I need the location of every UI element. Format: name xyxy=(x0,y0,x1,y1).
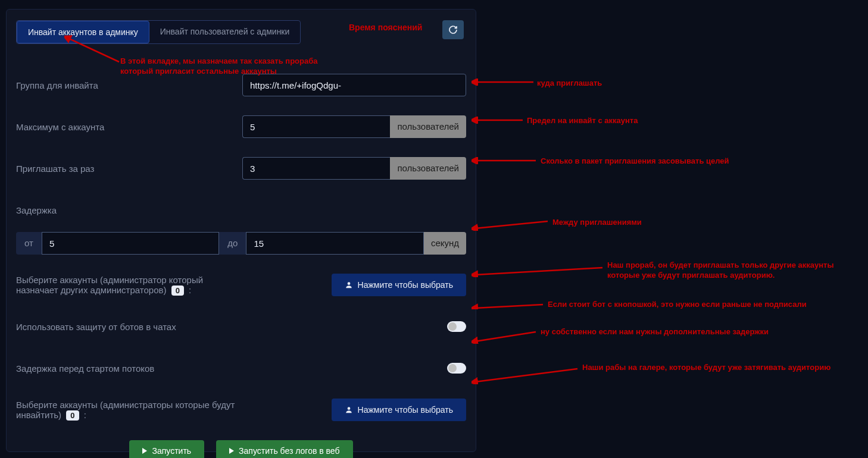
svg-line-10 xyxy=(475,369,577,382)
svg-point-0 xyxy=(347,282,350,285)
label-bot-protect: Использовать защиту от ботов в чатах xyxy=(16,322,447,332)
input-max[interactable] xyxy=(242,115,390,138)
label-batch: Приглашать за раз xyxy=(16,164,242,174)
label-delay: Задержка xyxy=(16,205,242,215)
arrow-max xyxy=(472,117,525,124)
svg-line-7 xyxy=(475,268,602,275)
annotation-group: куда приглашать xyxy=(537,79,602,89)
row-delay-label: Задержка xyxy=(16,199,466,221)
select-admin-button[interactable]: Нажмите чтобы выбрать xyxy=(332,274,466,296)
input-delay-from[interactable] xyxy=(42,232,219,255)
row-select-admin: Выберите аккаунты (администратор который… xyxy=(16,274,466,296)
suffix-batch: пользователей xyxy=(390,157,466,180)
annotation-delay: Между приглашениями xyxy=(552,218,642,228)
arrow-threads xyxy=(472,330,538,344)
row-group: Группа для инвайта xyxy=(16,74,466,96)
tab-invite-from-admin[interactable]: Инвайт пользователей с админки xyxy=(149,21,301,43)
annotation-max: Предел на инвайт с аккаунта xyxy=(527,116,638,126)
tab-invite-to-admin[interactable]: Инвайт аккаунтов в админку xyxy=(17,21,149,43)
run-noweb-button[interactable]: Запустить без логов в веб xyxy=(216,440,352,458)
refresh-icon xyxy=(448,25,458,34)
arrow-delay xyxy=(472,219,550,231)
annotation-select-inviters: Наши рабы на галере, которые будут уже з… xyxy=(582,363,830,373)
tab-group: Инвайт аккаунтов в админку Инвайт пользо… xyxy=(16,20,301,44)
play-icon xyxy=(142,448,147,454)
delay-inputs: от до секунд xyxy=(16,232,466,255)
suffix-max: пользователей xyxy=(390,115,466,138)
toggle-bot-protect[interactable] xyxy=(447,321,466,332)
annotation-threads: ну собственно если нам нужны дополнитель… xyxy=(541,327,769,337)
badge-inviters-count: 0 xyxy=(66,410,79,421)
input-delay-to[interactable] xyxy=(246,232,423,255)
annotation-bot: Если стоит бот с кнопошкой, это нужно ес… xyxy=(548,300,807,310)
arrow-bot xyxy=(472,302,546,309)
toggle-delay-threads[interactable] xyxy=(447,363,466,374)
row-select-inviters: Выберите аккаунты (администраторы которы… xyxy=(16,399,466,421)
input-batch[interactable] xyxy=(242,157,390,180)
label-select-admin: Выберите аккаунты (администратор который… xyxy=(16,275,242,296)
arrow-group xyxy=(472,79,536,86)
refresh-button[interactable] xyxy=(442,20,464,39)
badge-admin-count: 0 xyxy=(171,286,184,296)
svg-line-6 xyxy=(475,221,548,228)
label-delay-threads: Задержка перед стартом потоков xyxy=(16,363,447,374)
row-bot-protect: Использовать защиту от ботов в чатах xyxy=(16,315,466,338)
suffix-delay: секунд xyxy=(424,232,466,255)
annotation-title: Время пояснений xyxy=(349,23,422,32)
row-max: Максимум с аккаунта пользователей xyxy=(16,115,466,138)
arrow-select-admin xyxy=(472,265,605,277)
person-icon xyxy=(345,281,353,289)
person-icon xyxy=(345,406,353,414)
play-icon xyxy=(229,448,234,454)
prefix-to: до xyxy=(219,232,246,255)
row-delay-threads: Задержка перед стартом потоков xyxy=(16,357,466,379)
svg-line-9 xyxy=(475,332,536,341)
arrow-select-inviters xyxy=(472,366,580,384)
annotation-batch: Сколько в пакет приглашения засовывать ц… xyxy=(541,156,729,167)
svg-point-1 xyxy=(347,407,350,410)
prefix-from: от xyxy=(16,232,42,255)
arrow-batch xyxy=(472,157,538,164)
run-button[interactable]: Запустить xyxy=(129,440,204,458)
label-select-inviters: Выберите аккаунты (администраторы которы… xyxy=(16,400,242,421)
select-inviters-button[interactable]: Нажмите чтобы выбрать xyxy=(332,399,466,421)
label-max: Максимум с аккаунта xyxy=(16,122,242,132)
svg-line-8 xyxy=(475,305,543,308)
input-group-url[interactable] xyxy=(242,74,466,96)
row-batch: Приглашать за раз пользователей xyxy=(16,157,466,180)
main-panel: Инвайт аккаунтов в админку Инвайт пользо… xyxy=(6,9,476,452)
buttons-row: Запустить Запустить без логов в веб xyxy=(16,440,466,458)
annotation-select-admin: Наш прораб, он будет приглашать только д… xyxy=(607,261,857,281)
label-group: Группа для инвайта xyxy=(16,80,242,90)
